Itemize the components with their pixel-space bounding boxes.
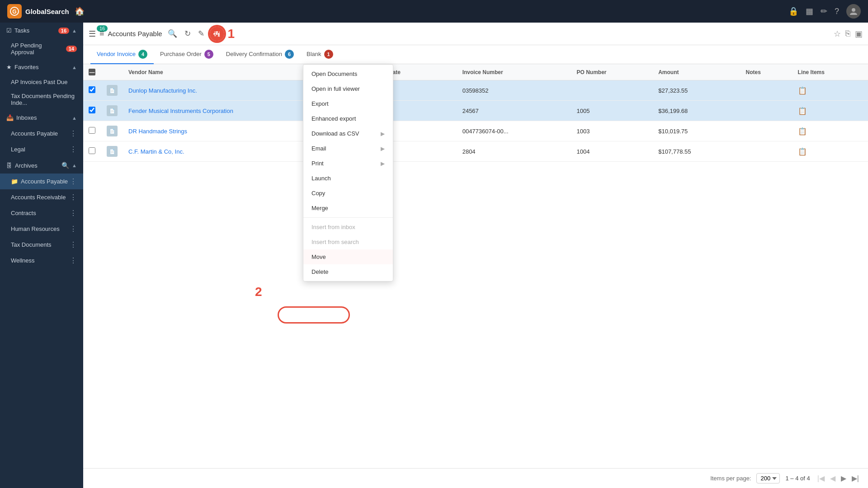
context-menu-item-download-as-csv[interactable]: Download as CSV▶ (303, 126, 393, 141)
context-menu-item-move[interactable]: Move (303, 249, 393, 264)
inboxes-ap-dots[interactable]: ⋮ (70, 129, 77, 138)
sidebar-item-tax-documents[interactable]: Tax Documents ⋮ (0, 237, 83, 253)
tax-documents-label: Tax Documents (11, 241, 52, 248)
wellness-label: Wellness (11, 257, 35, 264)
row-line-items[interactable]: 📋 (793, 80, 868, 101)
line-items-icon[interactable]: 📋 (798, 127, 807, 135)
sidebar-item-contracts[interactable]: Contracts ⋮ (0, 205, 83, 221)
tab-purchase-order[interactable]: Purchase Order 5 (154, 45, 220, 64)
menu-item-label: Export (311, 100, 329, 107)
table-row[interactable]: 📄 C.F. Martin & Co, Inc. 11/19/2018 2804… (83, 141, 868, 162)
row-checkbox[interactable] (89, 127, 95, 134)
line-items-icon[interactable]: 📋 (798, 107, 807, 115)
sidebar-item-ap-pending[interactable]: AP Pending Approval 14 (0, 38, 83, 59)
ar-dots[interactable]: ⋮ (70, 193, 77, 202)
items-per-page-select[interactable]: 200 50 100 (756, 473, 780, 483)
svg-rect-4 (219, 32, 220, 33)
human-resources-label: Human Resources (11, 225, 60, 232)
vendor-name-link[interactable]: C.F. Martin & Co, Inc. (128, 148, 184, 155)
row-checkbox-cell[interactable] (83, 80, 101, 101)
pagination-prev[interactable]: ◀ (828, 473, 837, 483)
context-menu-item-copy[interactable]: Copy (303, 186, 393, 201)
search-icon[interactable]: 🔍 (61, 162, 69, 169)
submenu-arrow: ▶ (381, 160, 385, 167)
context-menu-item-launch[interactable]: Launch (303, 171, 393, 186)
table-header-row: — Vendor Name Document Date Invoice Numb… (83, 64, 868, 80)
sidebar-item-accounts-receivable[interactable]: Accounts Receivable ⋮ (0, 189, 83, 205)
favorites-chevron: ▲ (72, 65, 77, 70)
contracts-dots[interactable]: ⋮ (70, 209, 77, 217)
pagination-next[interactable]: ▶ (839, 473, 848, 483)
favorites-section-header[interactable]: ★ Favorites ▲ (0, 59, 83, 75)
share-icon[interactable]: ⎘ (845, 29, 850, 38)
tax-dots[interactable]: ⋮ (70, 240, 77, 249)
context-menu-item-enhanced-export[interactable]: Enhanced export (303, 111, 393, 126)
help-icon[interactable]: ? (835, 7, 839, 16)
logo-icon: G (7, 4, 22, 19)
main-layout: ☑ Tasks 16 ▲ AP Pending Approval 14 ★ Fa… (0, 23, 868, 488)
search-toolbar-icon[interactable]: 🔍 (166, 27, 179, 40)
table-row[interactable]: 📄 Dunlop Manufacturing Inc. 11/19/2018 0… (83, 80, 868, 101)
home-icon[interactable]: 🏠 (75, 6, 85, 16)
hamburger-icon[interactable]: ☰ (89, 29, 96, 39)
context-menu-item-open-documents[interactable]: Open Documents (303, 66, 393, 81)
archives-ap-dots[interactable]: ⋮ (70, 177, 77, 186)
avatar[interactable] (846, 4, 861, 19)
sidebar-item-wellness[interactable]: Wellness ⋮ (0, 253, 83, 268)
edit-icon[interactable]: ✏ (821, 6, 827, 16)
lock-icon[interactable]: 🔒 (788, 6, 798, 16)
context-menu-item-delete[interactable]: Delete (303, 264, 393, 279)
tasks-section-header[interactable]: ☑ Tasks 16 ▲ (0, 23, 83, 38)
contracts-label: Contracts (11, 210, 36, 216)
context-menu-item-merge[interactable]: Merge (303, 201, 393, 216)
row-line-items[interactable]: 📋 (793, 101, 868, 121)
tab-delivery-confirmation[interactable]: Delivery Confirmation 6 (220, 45, 300, 64)
pagination-last[interactable]: ▶| (850, 473, 861, 483)
row-checkbox[interactable] (89, 86, 95, 93)
table-row[interactable]: 📄 Fender Musical Instruments Corporation… (83, 101, 868, 121)
row-checkbox-cell[interactable] (83, 101, 101, 121)
sidebar-item-inboxes-ap[interactable]: Accounts Payable ⋮ (0, 126, 83, 141)
refresh-icon[interactable]: ↻ (183, 27, 193, 40)
context-menu-item-email[interactable]: Email▶ (303, 141, 393, 156)
vendor-name-link[interactable]: Fender Musical Instruments Corporation (128, 108, 233, 114)
actions-button[interactable] (210, 27, 224, 41)
row-checkbox[interactable] (89, 147, 95, 154)
star-toolbar-icon[interactable]: ☆ (834, 29, 841, 39)
archives-section-header[interactable]: 🗄 Archives 🔍 ▲ (0, 157, 83, 174)
documents-table: — Vendor Name Document Date Invoice Numb… (83, 64, 868, 162)
legal-dots[interactable]: ⋮ (70, 145, 77, 154)
context-menu-item-print[interactable]: Print▶ (303, 156, 393, 171)
row-amount: $10,019.75 (653, 121, 740, 141)
vendor-name-link[interactable]: Dunlop Manufacturing Inc. (128, 87, 197, 94)
hr-dots[interactable]: ⋮ (70, 225, 77, 233)
table-row[interactable]: 📄 DR Handmade Strings 11/16/2018 0047736… (83, 121, 868, 141)
row-line-items[interactable]: 📋 (793, 141, 868, 162)
sidebar-item-human-resources[interactable]: Human Resources ⋮ (0, 221, 83, 237)
row-line-items[interactable]: 📋 (793, 121, 868, 141)
grid-icon[interactable]: ▦ (806, 6, 813, 16)
row-notes (741, 141, 793, 162)
sidebar-item-ap-past-due[interactable]: AP Invoices Past Due (0, 75, 83, 89)
row-invoice-number: 24567 (457, 101, 571, 121)
row-checkbox-cell[interactable] (83, 121, 101, 141)
layout-icon[interactable]: ▣ (855, 29, 863, 39)
line-items-icon[interactable]: 📋 (798, 148, 807, 155)
sidebar-item-archives-ap[interactable]: 📁 Accounts Payable ⋮ (0, 174, 83, 189)
vendor-name-link[interactable]: DR Handmade Strings (128, 128, 187, 135)
menu-item-label: Download as CSV (311, 130, 359, 137)
pagination-first[interactable]: |◀ (816, 473, 826, 483)
tab-blank[interactable]: Blank 1 (300, 45, 340, 64)
tab-vendor-invoice[interactable]: Vendor Invoice 4 (90, 45, 154, 64)
sidebar-item-tax-pending[interactable]: Tax Documents Pending Inde... (0, 89, 83, 110)
context-menu-item-open-in-full-viewer[interactable]: Open in full viewer (303, 81, 393, 96)
row-checkbox-cell[interactable] (83, 141, 101, 162)
line-items-icon[interactable]: 📋 (798, 87, 807, 94)
context-menu-item-export[interactable]: Export (303, 96, 393, 111)
pencil-icon[interactable]: ✎ (196, 27, 206, 40)
wellness-dots[interactable]: ⋮ (70, 256, 77, 265)
sidebar-item-legal[interactable]: Legal ⋮ (0, 141, 83, 157)
row-checkbox[interactable] (89, 107, 95, 113)
inboxes-section-header[interactable]: 📥 Inboxes ▲ (0, 110, 83, 126)
select-all-checkbox[interactable]: — (89, 69, 95, 75)
